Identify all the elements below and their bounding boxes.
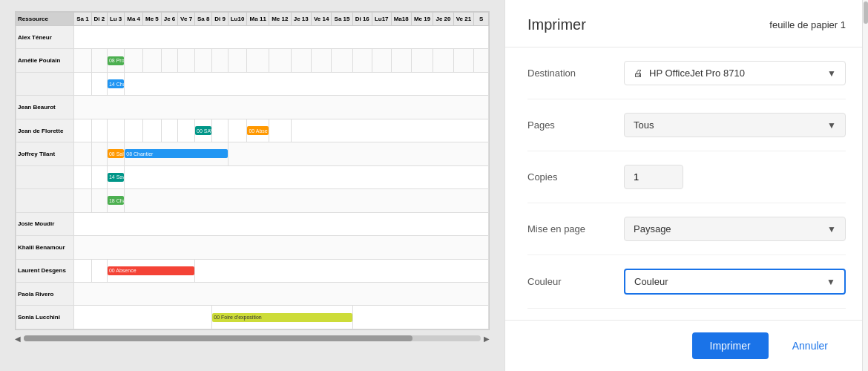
col-header-je6: Je 6: [161, 13, 177, 26]
pages-chevron-icon: ▼: [827, 120, 836, 131]
layout-label: Mise en page: [527, 223, 624, 234]
color-select[interactable]: Couleur ▼: [624, 269, 846, 295]
copies-control: [624, 165, 846, 189]
page-info: feuille de papier 1: [769, 19, 846, 30]
layout-row: Mise en page Paysage ▼: [527, 203, 846, 255]
actions-row: Imprimer Annuler: [505, 320, 868, 371]
preview-panel: Ressource Sa 1 Di 2 Lu 3 Ma 4 Me 5 Je 6 …: [0, 0, 504, 371]
copies-input[interactable]: [624, 165, 683, 189]
cancel-button[interactable]: Annuler: [775, 332, 846, 359]
col-header-ma11: Ma 11: [247, 13, 269, 26]
layout-control: Paysage ▼: [624, 217, 846, 241]
table-row: Laurent Desgens 00 Absence: [16, 259, 489, 282]
resource-name: Laurent Desgens: [16, 259, 74, 282]
col-header-s: S: [474, 13, 489, 26]
pages-label: Pages: [527, 119, 624, 131]
pages-value: Tous: [634, 119, 654, 131]
col-header-sa1: Sa 1: [74, 13, 91, 26]
col-header-lu10: Lu10: [228, 13, 247, 26]
resource-name: Amélie Poulain: [16, 49, 74, 72]
resource-name: [16, 189, 74, 212]
col-header-ve7: Ve 7: [178, 13, 195, 26]
destination-select[interactable]: 🖨 HP OfficeJet Pro 8710 ▼: [624, 61, 846, 85]
color-row: Couleur Couleur ▼: [527, 255, 846, 309]
col-header-ma18: Ma18: [391, 13, 411, 26]
table-row: 14 Sav: [16, 165, 489, 188]
col-header-je13: Je 13: [291, 13, 311, 26]
color-chevron-icon: ▼: [826, 277, 835, 287]
destination-control: 🖨 HP OfficeJet Pro 8710 ▼: [624, 61, 846, 85]
pages-select[interactable]: Tous ▼: [624, 113, 846, 137]
resource-name: Paola Rivero: [16, 282, 74, 305]
col-header-di9: Di 9: [212, 13, 228, 26]
col-header-ma4: Ma 4: [125, 13, 143, 26]
scroll-right-arrow[interactable]: ▶: [484, 335, 490, 343]
resource-name: Josie Moudir: [16, 212, 74, 235]
table-row: Amélie Poulain 08 Proj: [16, 49, 489, 72]
printer-icon: 🖨: [634, 68, 643, 79]
preview-page: Ressource Sa 1 Di 2 Lu 3 Ma 4 Me 5 Je 6 …: [15, 11, 490, 330]
table-row: Sonia Lucchini 00 Foire d'exposition: [16, 306, 489, 329]
table-row: 18 Cha: [16, 189, 489, 212]
layout-chevron-icon: ▼: [827, 224, 836, 234]
horizontal-scrollbar[interactable]: ◀ ▶: [15, 333, 490, 344]
settings-body: Destination 🖨 HP OfficeJet Pro 8710 ▼ Pa…: [505, 47, 868, 320]
gantt-table: Ressource Sa 1 Di 2 Lu 3 Ma 4 Me 5 Je 6 …: [16, 12, 489, 329]
table-row: Joffrey Tilant 08 Sal 08 Chantier: [16, 142, 489, 165]
pages-control: Tous ▼: [624, 113, 846, 137]
layout-value: Paysage: [634, 223, 671, 234]
col-header-di2: Di 2: [91, 13, 107, 26]
col-header-je20: Je 20: [433, 13, 453, 26]
resource-name: Sonia Lucchini: [16, 306, 74, 329]
resource-name: Alex Téneur: [16, 26, 74, 49]
print-title: Imprimer: [527, 16, 586, 33]
col-header-me12: Me 12: [269, 13, 292, 26]
resource-name: [16, 72, 74, 95]
resource-name: Jean Beaurot: [16, 96, 74, 119]
col-header-resource: Ressource: [16, 13, 74, 26]
color-control: Couleur ▼: [624, 269, 846, 295]
table-row: 14 Cha: [16, 72, 489, 95]
resource-name: Khalil Benamour: [16, 236, 74, 259]
destination-label: Destination: [527, 68, 624, 79]
table-row: Josie Moudir: [16, 212, 489, 235]
pages-row: Pages Tous ▼: [527, 99, 846, 151]
scroll-thumb: [24, 335, 412, 341]
print-settings-panel: Imprimer feuille de papier 1 Destination…: [504, 0, 868, 371]
scroll-thumb: [864, 1, 868, 24]
table-row: Paola Rivero: [16, 282, 489, 305]
col-header-me5: Me 5: [143, 13, 162, 26]
destination-value: 🖨 HP OfficeJet Pro 8710: [634, 68, 745, 79]
copies-row: Copies: [527, 151, 846, 203]
vertical-scrollbar[interactable]: [862, 0, 868, 371]
col-header-ve21: Ve 21: [453, 13, 474, 26]
layout-select[interactable]: Paysage ▼: [624, 217, 846, 241]
table-row: Khalil Benamour: [16, 236, 489, 259]
color-label: Couleur: [527, 276, 624, 287]
table-row: Jean Beaurot: [16, 96, 489, 119]
copies-label: Copies: [527, 171, 624, 183]
table-row: Jean de Florette 00 SAV 00 Abse: [16, 119, 489, 142]
table-row: Alex Téneur: [16, 26, 489, 49]
scroll-left-arrow[interactable]: ◀: [15, 335, 21, 343]
print-button[interactable]: Imprimer: [692, 332, 769, 359]
resource-name: Joffrey Tilant: [16, 142, 74, 165]
col-header-sa8: Sa 8: [195, 13, 212, 26]
col-header-sa15: Sa 15: [332, 13, 352, 26]
color-value: Couleur: [634, 276, 668, 287]
print-header: Imprimer feuille de papier 1: [505, 0, 868, 47]
col-header-lu17: Lu17: [372, 13, 391, 26]
col-header-ve14: Ve 14: [311, 13, 332, 26]
col-header-di16: Di 16: [352, 13, 372, 26]
col-header-me19: Me 19: [411, 13, 433, 26]
destination-row: Destination 🖨 HP OfficeJet Pro 8710 ▼: [527, 47, 846, 99]
col-header-lu3: Lu 3: [107, 13, 124, 26]
resource-name: [16, 165, 74, 188]
resource-name: Jean de Florette: [16, 119, 74, 142]
destination-chevron-icon: ▼: [827, 68, 836, 79]
